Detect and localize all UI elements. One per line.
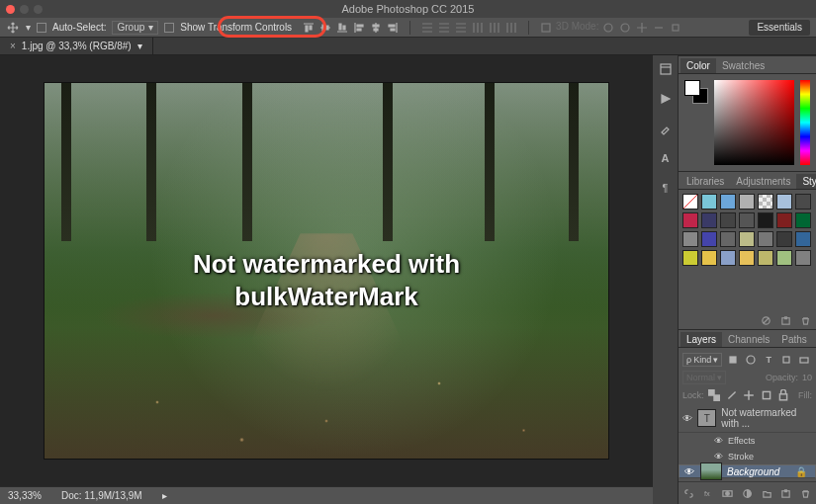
style-swatch[interactable]: [776, 250, 792, 266]
style-swatch[interactable]: [720, 212, 736, 228]
auto-select-type-dropdown[interactable]: Group▾: [112, 21, 158, 35]
style-swatch[interactable]: [739, 231, 755, 247]
tab-dropdown-icon[interactable]: ▾: [137, 41, 142, 51]
history-panel-icon[interactable]: [657, 61, 675, 77]
align-top-icon[interactable]: [302, 21, 316, 35]
layer-stroke-row[interactable]: 👁 Stroke: [679, 449, 816, 464]
style-swatch[interactable]: [701, 212, 717, 228]
align-bottom-icon[interactable]: [335, 21, 349, 35]
distribute-hcenter-icon[interactable]: [488, 21, 501, 35]
style-swatch[interactable]: [682, 212, 698, 228]
status-dropdown-icon[interactable]: ▸: [162, 490, 167, 501]
visibility-toggle-icon[interactable]: 👁: [683, 466, 695, 477]
style-swatch[interactable]: [739, 212, 755, 228]
actions-panel-icon[interactable]: [657, 91, 675, 107]
distribute-vcenter-icon[interactable]: [437, 21, 451, 35]
style-swatch[interactable]: [720, 250, 736, 266]
minimize-window-icon[interactable]: [20, 5, 29, 14]
style-swatch[interactable]: [795, 231, 811, 247]
adjustment-layer-icon[interactable]: [741, 486, 755, 500]
lock-all-icon[interactable]: [777, 388, 791, 402]
style-swatch[interactable]: [776, 212, 792, 228]
style-swatch[interactable]: [795, 194, 811, 210]
document-canvas[interactable]: Not watermarked with bulkWaterMark: [45, 83, 608, 459]
align-vcenter-icon[interactable]: [318, 21, 332, 35]
style-swatch[interactable]: [720, 231, 736, 247]
filter-type-icon[interactable]: T: [762, 353, 775, 367]
close-window-icon[interactable]: [6, 5, 15, 14]
style-swatch[interactable]: [701, 194, 717, 210]
zoom-level[interactable]: 33,33%: [8, 490, 42, 501]
style-swatch[interactable]: [795, 250, 811, 266]
filter-pixel-icon[interactable]: [726, 353, 740, 367]
filter-kind-dropdown[interactable]: ρ Kind ▾: [682, 353, 722, 367]
style-swatch[interactable]: [682, 250, 698, 266]
layer-name[interactable]: Background: [727, 466, 779, 477]
delete-style-icon[interactable]: [798, 313, 812, 327]
style-swatch[interactable]: [795, 212, 811, 228]
lock-transparent-icon[interactable]: [708, 388, 722, 402]
filter-shape-icon[interactable]: [779, 353, 793, 367]
slide-3d-icon[interactable]: [652, 21, 666, 35]
foreground-color-swatch[interactable]: [684, 80, 700, 96]
style-swatch[interactable]: [701, 250, 717, 266]
style-swatch[interactable]: [701, 231, 717, 247]
new-layer-icon[interactable]: [779, 486, 793, 500]
scale-3d-icon[interactable]: [669, 21, 682, 35]
close-tab-icon[interactable]: ×: [10, 41, 16, 51]
visibility-toggle-icon[interactable]: 👁: [712, 452, 724, 462]
show-transform-checkbox[interactable]: [164, 23, 174, 33]
tab-libraries[interactable]: Libraries: [680, 174, 730, 189]
doc-size[interactable]: Doc: 11,9M/13,9M: [61, 490, 142, 501]
tab-adjustments[interactable]: Adjustments: [730, 174, 796, 189]
brush-panel-icon[interactable]: [657, 121, 675, 136]
distribute-bottom-icon[interactable]: [454, 21, 468, 35]
link-layers-icon[interactable]: [682, 486, 696, 500]
style-swatch[interactable]: [758, 194, 773, 210]
tab-styles[interactable]: Styles: [796, 174, 816, 189]
align-left-icon[interactable]: [352, 21, 366, 35]
window-controls[interactable]: [6, 5, 43, 14]
style-swatch[interactable]: [720, 194, 736, 210]
align-right-icon[interactable]: [386, 21, 400, 35]
tab-channels[interactable]: Channels: [722, 332, 775, 347]
auto-align-icon[interactable]: [539, 21, 553, 35]
tab-paths[interactable]: Paths: [775, 332, 813, 347]
distribute-right-icon[interactable]: [504, 21, 518, 35]
distribute-top-icon[interactable]: [420, 21, 434, 35]
style-swatch[interactable]: [682, 194, 698, 210]
pan-3d-icon[interactable]: [635, 21, 649, 35]
color-spectrum[interactable]: [714, 80, 794, 165]
lock-icon[interactable]: 🔒: [795, 466, 811, 477]
style-swatch[interactable]: [758, 250, 773, 266]
group-layers-icon[interactable]: [760, 486, 773, 500]
new-style-icon[interactable]: [778, 313, 792, 327]
roll-3d-icon[interactable]: [618, 21, 632, 35]
workspace-switcher[interactable]: Essentials: [749, 20, 810, 36]
layer-name[interactable]: Not watermarked with ...: [721, 407, 812, 429]
visibility-toggle-icon[interactable]: 👁: [682, 413, 692, 424]
layer-mask-icon[interactable]: [721, 486, 735, 500]
fg-bg-color[interactable]: [684, 80, 708, 104]
tab-color[interactable]: Color: [680, 58, 716, 73]
lock-artboard-icon[interactable]: [760, 388, 773, 402]
hue-slider[interactable]: [800, 80, 810, 165]
auto-select-checkbox[interactable]: [37, 23, 46, 33]
character-panel-icon[interactable]: A: [657, 150, 675, 166]
filter-adjust-icon[interactable]: [744, 353, 758, 367]
tab-layers[interactable]: Layers: [680, 332, 722, 347]
layer-text-row[interactable]: 👁 T Not watermarked with ...: [679, 404, 816, 433]
layer-effects-row[interactable]: 👁 Effects: [679, 433, 816, 449]
style-swatch[interactable]: [739, 250, 755, 266]
lock-position-icon[interactable]: [743, 388, 757, 402]
paragraph-panel-icon[interactable]: ¶: [657, 180, 675, 196]
tab-swatches[interactable]: Swatches: [716, 58, 771, 73]
layer-style-icon[interactable]: fx: [702, 486, 716, 500]
style-swatch[interactable]: [776, 194, 792, 210]
delete-layer-icon[interactable]: [798, 486, 812, 500]
visibility-toggle-icon[interactable]: 👁: [712, 436, 724, 446]
canvas-area[interactable]: Not watermarked with bulkWaterMark: [0, 55, 653, 486]
orbit-3d-icon[interactable]: [601, 21, 615, 35]
blend-mode-dropdown[interactable]: Normal ▾: [682, 371, 726, 384]
style-swatch[interactable]: [758, 231, 773, 247]
